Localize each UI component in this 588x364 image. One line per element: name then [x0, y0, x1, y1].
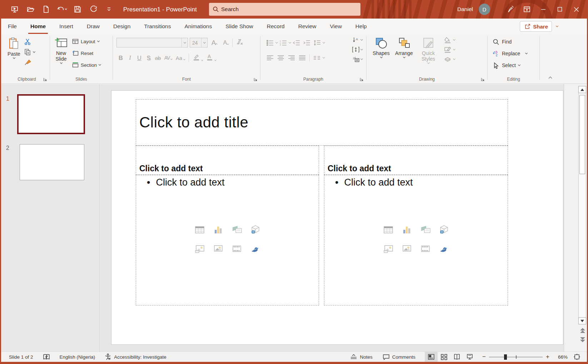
- previous-slide-button[interactable]: [579, 328, 586, 335]
- paragraph-dialog-launcher-icon[interactable]: [359, 77, 364, 82]
- start-slideshow-icon[interactable]: [9, 3, 21, 15]
- clear-formatting-button[interactable]: [234, 39, 245, 47]
- shape-outline-button[interactable]: [444, 46, 455, 53]
- insert-chart-icon[interactable]: [213, 224, 224, 235]
- open-file-icon[interactable]: [24, 3, 36, 15]
- find-button[interactable]: Find: [493, 37, 539, 47]
- font-name-chevron[interactable]: [181, 38, 188, 47]
- align-center-button[interactable]: [276, 54, 285, 62]
- new-slide-button[interactable]: New Slide: [50, 34, 72, 70]
- tab-draw[interactable]: Draw: [80, 19, 106, 34]
- scrollbar-thumb[interactable]: [579, 95, 585, 174]
- numbering-chevron[interactable]: [289, 41, 291, 44]
- scroll-down-button[interactable]: [578, 317, 586, 324]
- line-spacing-button[interactable]: [313, 39, 322, 47]
- tab-home[interactable]: Home: [24, 19, 53, 34]
- zoom-out-button[interactable]: −: [481, 353, 487, 360]
- new-slide-dropdown-chevron[interactable]: [60, 61, 62, 64]
- insert-video-icon[interactable]: [420, 243, 431, 254]
- slide-canvas[interactable]: Click to add title Click to add text Cli…: [111, 90, 563, 345]
- right-header-placeholder[interactable]: Click to add text: [324, 146, 508, 175]
- reset-button[interactable]: Reset: [72, 49, 101, 58]
- comments-toggle[interactable]: Comments: [380, 352, 418, 362]
- presenter-coach-icon[interactable]: [502, 0, 519, 19]
- font-size-chevron[interactable]: [201, 38, 207, 47]
- character-spacing-button[interactable]: AV: [163, 55, 174, 61]
- right-content-placeholder[interactable]: •Click to add text: [324, 175, 508, 305]
- insert-chart-icon[interactable]: [402, 224, 412, 235]
- copy-dropdown-chevron[interactable]: [33, 50, 35, 53]
- stock-images-icon[interactable]: [402, 243, 412, 254]
- insert-3d-model-icon[interactable]: [439, 224, 449, 235]
- align-text-button[interactable]: [352, 46, 363, 53]
- insert-icons-bird-icon[interactable]: [439, 243, 449, 254]
- change-case-button[interactable]: Aa: [174, 55, 186, 61]
- shape-fill-button[interactable]: [444, 37, 455, 43]
- copy-button[interactable]: [24, 49, 35, 56]
- zoom-slider-thumb[interactable]: [504, 354, 507, 360]
- numbering-button[interactable]: 123: [279, 39, 288, 47]
- quick-styles-button[interactable]: Quick Styles: [416, 34, 441, 64]
- title-placeholder[interactable]: Click to add title: [136, 99, 508, 146]
- close-button[interactable]: [568, 0, 584, 19]
- clipboard-dialog-launcher-icon[interactable]: [43, 77, 48, 82]
- increase-indent-button[interactable]: [302, 39, 312, 47]
- highlight-color-button[interactable]: [191, 54, 204, 62]
- align-right-button[interactable]: [287, 54, 296, 62]
- collapse-ribbon-chevron[interactable]: [545, 74, 555, 81]
- undo-icon[interactable]: [56, 3, 68, 15]
- italic-button[interactable]: I: [126, 54, 134, 61]
- minimize-button[interactable]: [535, 0, 552, 19]
- section-button[interactable]: Section: [72, 60, 101, 70]
- fit-slide-to-window-button[interactable]: [570, 352, 583, 362]
- bullets-button[interactable]: [265, 39, 275, 47]
- insert-table-icon[interactable]: [383, 224, 394, 235]
- insert-smartart-icon[interactable]: [420, 224, 431, 235]
- avatar[interactable]: D: [479, 4, 490, 15]
- shapes-chevron[interactable]: [380, 56, 382, 58]
- select-button[interactable]: Select: [493, 60, 539, 70]
- font-dialog-launcher-icon[interactable]: [253, 77, 258, 82]
- spell-check-icon[interactable]: [40, 352, 53, 362]
- scroll-up-button[interactable]: [578, 86, 586, 93]
- layout-button[interactable]: Layout: [72, 37, 101, 46]
- bold-button[interactable]: B: [116, 55, 125, 61]
- tab-design[interactable]: Design: [106, 19, 137, 34]
- tab-insert[interactable]: Insert: [53, 19, 80, 34]
- align-left-button[interactable]: [265, 54, 275, 62]
- insert-3d-model-icon[interactable]: [250, 224, 261, 235]
- slide-indicator[interactable]: Slide 1 of 2: [6, 352, 36, 362]
- normal-view-button[interactable]: [425, 352, 438, 362]
- user-name[interactable]: Daniel: [457, 6, 473, 12]
- justify-button[interactable]: [298, 54, 307, 62]
- insert-table-icon[interactable]: [194, 224, 205, 235]
- maximize-button[interactable]: [552, 0, 568, 19]
- share-button[interactable]: Share: [520, 21, 552, 32]
- arrange-chevron[interactable]: [403, 56, 405, 58]
- tab-animations[interactable]: Animations: [178, 19, 219, 34]
- vertical-scrollbar[interactable]: [578, 86, 586, 324]
- decrease-indent-button[interactable]: [292, 39, 301, 47]
- tab-view[interactable]: View: [323, 19, 349, 34]
- ribbon-display-options-icon[interactable]: [519, 0, 535, 19]
- stock-images-icon[interactable]: [213, 243, 224, 254]
- drawing-dialog-launcher-icon[interactable]: [480, 77, 485, 82]
- columns-chevron[interactable]: [323, 56, 325, 59]
- left-content-placeholder[interactable]: •Click to add text: [136, 175, 319, 305]
- tab-file[interactable]: File: [1, 19, 24, 34]
- cut-button[interactable]: [24, 38, 35, 45]
- zoom-slider[interactable]: [489, 352, 543, 362]
- columns-button[interactable]: [312, 54, 322, 62]
- new-file-icon[interactable]: [40, 3, 52, 15]
- zoom-level[interactable]: 66%: [553, 354, 568, 360]
- underline-button[interactable]: U: [135, 55, 144, 61]
- insert-picture-icon[interactable]: [383, 243, 394, 254]
- font-name-combobox[interactable]: [116, 38, 188, 47]
- tab-record[interactable]: Record: [260, 19, 291, 34]
- customize-quick-access-icon[interactable]: [103, 3, 115, 15]
- text-direction-button[interactable]: A: [352, 37, 363, 43]
- quick-styles-chevron[interactable]: [427, 61, 429, 64]
- insert-video-icon[interactable]: [231, 243, 242, 254]
- tab-help[interactable]: Help: [349, 19, 374, 34]
- share-dropdown-chevron[interactable]: [553, 21, 561, 32]
